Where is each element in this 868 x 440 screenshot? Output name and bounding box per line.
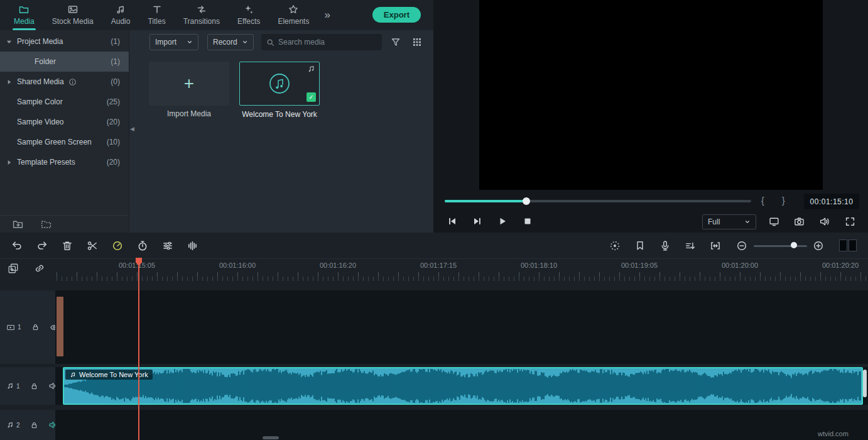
chevron-down-icon xyxy=(744,219,751,225)
previous-frame-button[interactable] xyxy=(447,216,457,226)
fit-screen-icon[interactable] xyxy=(769,216,779,227)
volume-icon[interactable] xyxy=(819,216,830,227)
panel-layout-button[interactable] xyxy=(839,239,857,251)
render-preview-icon[interactable] xyxy=(609,240,621,251)
info-icon xyxy=(68,78,79,86)
filter-icon[interactable] xyxy=(391,37,401,47)
voiceover-mic-icon[interactable] xyxy=(659,240,671,251)
undo-icon[interactable] xyxy=(11,240,23,251)
folder-icon[interactable] xyxy=(41,219,52,229)
play-button[interactable] xyxy=(497,216,507,226)
stop-button[interactable] xyxy=(523,216,533,226)
tab-elements[interactable]: Elements xyxy=(271,0,315,30)
add-to-track-icon[interactable] xyxy=(8,263,19,274)
audio-track2-header: 2 xyxy=(0,410,55,440)
speed-icon[interactable] xyxy=(112,240,123,251)
snapshot-camera-icon[interactable] xyxy=(794,216,805,227)
timecode-display: 00:01:15:10 xyxy=(804,194,859,209)
collapse-panel-arrow[interactable]: ◀ xyxy=(130,126,134,132)
more-tabs-button[interactable]: » xyxy=(320,9,334,21)
marker-icon[interactable] xyxy=(634,240,646,251)
video-track-header: 1 xyxy=(0,290,55,364)
tab-transitions[interactable]: Transitions xyxy=(177,0,226,30)
tab-audio[interactable]: Audio xyxy=(105,0,137,30)
link-icon[interactable] xyxy=(34,263,45,274)
sidebar-item-sample-color[interactable]: Sample Color (25) xyxy=(0,92,129,112)
playhead-line xyxy=(138,258,139,440)
sidebar-item-sample-green-screen[interactable]: Sample Green Screen (10) xyxy=(0,132,129,152)
record-dropdown[interactable]: Record xyxy=(207,34,254,50)
mixer-icon[interactable] xyxy=(685,240,696,251)
auto-ripple-icon[interactable] xyxy=(710,240,721,251)
chevron-down-icon xyxy=(242,39,248,45)
sidebar-item-sample-video[interactable]: Sample Video (20) xyxy=(0,112,129,132)
preview-panel: { } 00:01:15:10 Full xyxy=(433,0,868,233)
timeline-vertical-scrollbar[interactable] xyxy=(863,370,867,397)
sidebar-item-shared-media[interactable]: Shared Media (0) xyxy=(0,72,129,92)
fullscreen-icon[interactable] xyxy=(845,216,855,227)
split-scissors-icon[interactable] xyxy=(87,240,98,251)
preview-zoom-dropdown[interactable]: Full xyxy=(702,214,756,229)
plus-icon: + xyxy=(184,74,194,94)
music-note-icon xyxy=(307,65,315,73)
audio-file-icon xyxy=(267,71,292,96)
grid-view-icon[interactable] xyxy=(412,37,422,47)
audio-track-icon: 1 xyxy=(6,382,20,390)
watermark: wtvid.com xyxy=(818,430,849,437)
seek-handle[interactable] xyxy=(523,197,530,205)
adjust-icon[interactable] xyxy=(162,240,173,251)
video-preview[interactable] xyxy=(479,0,823,190)
timeline-horizontal-scrollbar[interactable] xyxy=(263,436,279,439)
tab-media[interactable]: Media xyxy=(8,0,41,30)
delete-icon[interactable] xyxy=(62,240,73,251)
check-badge-icon: ✓ xyxy=(307,92,316,102)
lock-icon[interactable] xyxy=(30,421,38,429)
redo-icon[interactable] xyxy=(36,240,48,251)
video-track-icon: 1 xyxy=(6,323,21,332)
chevron-down-icon xyxy=(6,39,17,45)
music-note-icon xyxy=(70,371,76,378)
timeline-toolbar xyxy=(0,233,868,259)
ruler-minor-ticks xyxy=(55,277,868,281)
denoise-waveform-icon[interactable] xyxy=(187,240,198,251)
search-box xyxy=(261,34,382,50)
seek-progress xyxy=(445,200,526,202)
zoom-out-icon[interactable] xyxy=(736,240,747,251)
video-clip-edge[interactable] xyxy=(57,297,63,356)
chevron-right-icon xyxy=(6,79,17,85)
sidebar-item-folder[interactable]: Folder (1) xyxy=(0,52,129,72)
mark-in-button[interactable]: { xyxy=(761,195,764,206)
seek-bar[interactable] xyxy=(445,200,751,202)
export-button[interactable]: Export xyxy=(372,7,421,23)
lock-icon[interactable] xyxy=(30,382,38,390)
music-note-icon xyxy=(116,4,126,14)
audio-clip[interactable]: Welcome To New York xyxy=(63,367,863,405)
duration-timer-icon[interactable] xyxy=(137,240,148,251)
sidebar-item-template-presets[interactable]: Template Presets (20) xyxy=(0,152,129,172)
zoom-slider[interactable] xyxy=(754,245,807,247)
search-input[interactable] xyxy=(278,38,377,47)
tab-effects[interactable]: Effects xyxy=(231,0,266,30)
zoom-slider-handle[interactable] xyxy=(791,242,797,248)
import-media-tile[interactable]: + xyxy=(149,62,229,106)
effects-icon xyxy=(244,4,254,14)
audio-track1-lane[interactable]: Welcome To New York xyxy=(55,367,868,405)
import-dropdown[interactable]: Import xyxy=(149,34,198,50)
next-frame-button[interactable] xyxy=(472,216,482,226)
import-tile-label: Import Media xyxy=(149,109,229,118)
tracks-area: 1 1 Welcome To New York xyxy=(0,281,868,440)
transitions-icon xyxy=(197,4,207,14)
tab-titles[interactable]: Titles xyxy=(141,0,171,30)
media-library-panel: ◀ Import Record + Import Media ✓ Welcome… xyxy=(129,30,433,233)
mark-out-button[interactable]: } xyxy=(782,195,785,206)
media-item-tile[interactable]: ✓ xyxy=(239,62,320,106)
zoom-in-icon[interactable] xyxy=(813,240,824,251)
timeline-panel: 00:01:15:05 00:01:16:00 00:01:16:20 00:0… xyxy=(0,233,868,440)
lock-icon[interactable] xyxy=(31,323,40,331)
new-folder-icon[interactable] xyxy=(13,219,23,229)
audio-track2-lane[interactable] xyxy=(55,410,868,440)
video-track-lane[interactable] xyxy=(55,290,868,364)
tab-stock-media[interactable]: Stock Media xyxy=(46,0,100,30)
media-item-title: Welcome To New York xyxy=(239,110,320,119)
sidebar-item-project-media[interactable]: Project Media (1) xyxy=(0,31,129,52)
